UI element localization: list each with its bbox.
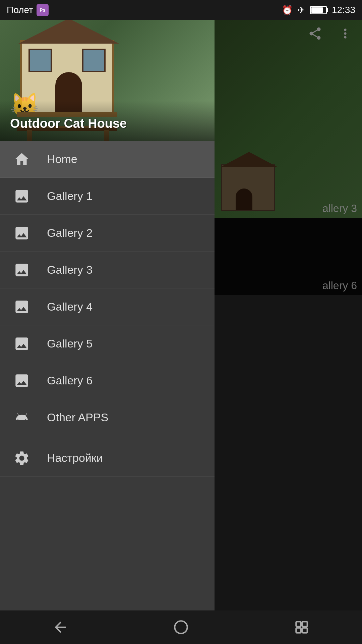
nav-item-home-label: Home xyxy=(47,153,77,166)
android-icon xyxy=(10,406,34,429)
nav-item-gallery1[interactable]: Gallery 1 xyxy=(0,178,215,215)
nav-item-gallery2-label: Gallery 2 xyxy=(47,226,93,239)
nav-item-gallery3-label: Gallery 3 xyxy=(47,263,93,276)
navigation-drawer: 🐱 Outdoor Cat House Home xyxy=(0,20,215,644)
nav-item-gallery2[interactable]: Gallery 2 xyxy=(0,215,215,252)
status-text: Полет xyxy=(7,5,33,15)
nav-items-list: Home Gallery 1 Gallery 2 xyxy=(0,141,215,644)
nav-item-otherapps-label: Other APPS xyxy=(47,411,108,424)
svg-rect-3 xyxy=(296,628,301,633)
gallery4-icon xyxy=(10,295,34,319)
status-right: ⏰ ✈ 12:33 xyxy=(282,5,355,15)
settings-icon xyxy=(10,446,34,470)
gallery2-icon xyxy=(10,221,34,245)
nav-item-settings[interactable]: Настройки xyxy=(0,440,215,477)
nav-item-settings-label: Настройки xyxy=(47,451,103,465)
gallery6-icon xyxy=(10,369,34,392)
nav-item-otherapps[interactable]: Other APPS xyxy=(0,399,215,436)
gallery3-icon xyxy=(10,258,34,282)
nav-item-gallery6[interactable]: Gallery 6 xyxy=(0,362,215,399)
drawer-title: Outdoor Cat House xyxy=(10,116,127,131)
svg-rect-1 xyxy=(296,622,301,627)
nav-item-gallery4-label: Gallery 4 xyxy=(47,300,93,313)
battery-icon xyxy=(310,6,327,14)
svg-rect-2 xyxy=(302,622,307,627)
nav-divider xyxy=(0,438,215,438)
bottom-navigation xyxy=(0,610,362,644)
home-button[interactable] xyxy=(161,614,201,641)
nav-item-gallery5[interactable]: Gallery 5 xyxy=(0,325,215,362)
nav-item-home[interactable]: Home xyxy=(0,141,215,178)
airplane-icon: ✈ xyxy=(298,5,305,15)
gallery1-icon xyxy=(10,184,34,208)
gallery5-icon xyxy=(10,332,34,356)
status-left: Полет Ps xyxy=(7,4,49,16)
nav-item-gallery6-label: Gallery 6 xyxy=(47,374,93,387)
time-display: 12:33 xyxy=(332,5,355,15)
nav-item-gallery1-label: Gallery 1 xyxy=(47,190,93,203)
recents-button[interactable] xyxy=(282,614,322,641)
back-button[interactable] xyxy=(40,614,80,641)
nav-item-gallery4[interactable]: Gallery 4 xyxy=(0,288,215,325)
main-area: 🐱 allery 3 allery 6 xyxy=(0,20,362,644)
status-bar: Полет Ps ⏰ ✈ 12:33 xyxy=(0,0,362,20)
nav-item-gallery5-label: Gallery 5 xyxy=(47,337,93,350)
svg-rect-4 xyxy=(302,628,307,633)
drawer-overlay[interactable] xyxy=(215,20,362,644)
svg-point-0 xyxy=(175,621,187,634)
home-icon xyxy=(10,148,34,171)
drawer-header: 🐱 Outdoor Cat House xyxy=(0,20,215,141)
pixellab-icon: Ps xyxy=(37,4,49,16)
nav-item-gallery3[interactable]: Gallery 3 xyxy=(0,252,215,288)
alarm-icon: ⏰ xyxy=(282,5,293,15)
